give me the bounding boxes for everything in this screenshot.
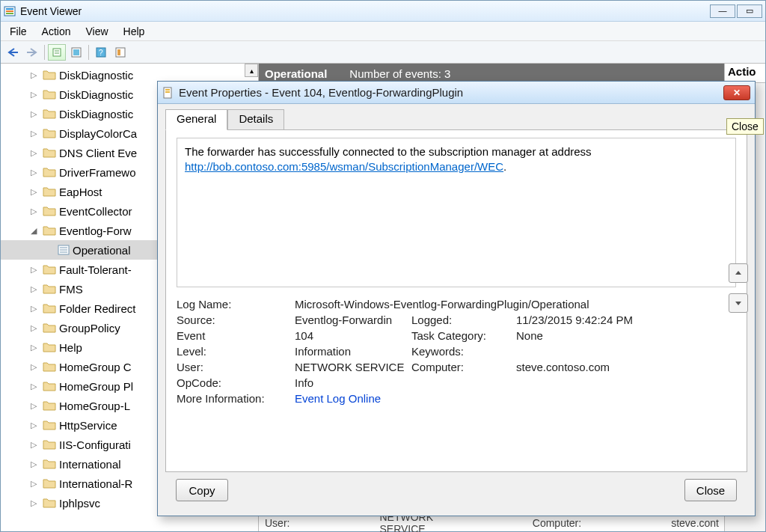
- folder-icon: [43, 342, 56, 352]
- expander-icon[interactable]: ▷: [31, 187, 43, 197]
- minimize-button[interactable]: —: [710, 4, 735, 18]
- export-button[interactable]: [111, 44, 129, 61]
- tab-details[interactable]: Details: [227, 109, 284, 130]
- tree-item-label: HttpService: [59, 419, 117, 432]
- value-source: Eventlog-Forwardin: [295, 314, 411, 326]
- label-user: User:: [177, 361, 295, 373]
- menu-file[interactable]: File: [4, 24, 33, 39]
- expander-icon[interactable]: ▷: [31, 440, 43, 450]
- event-properties-grid: Log Name: Microsoft-Windows-Eventlog-For…: [177, 298, 736, 405]
- underlying-detail-peek: User: NETWORK SERVICE Computer: steve.co…: [259, 514, 725, 532]
- close-button[interactable]: Close: [684, 479, 737, 501]
- copy-button[interactable]: Copy: [176, 479, 228, 501]
- expander-icon[interactable]: ▷: [31, 129, 43, 138]
- expander-icon[interactable]: ▷: [31, 459, 43, 469]
- tree-scroll-up[interactable]: ▴: [245, 64, 258, 77]
- expander-icon[interactable]: ▷: [31, 382, 43, 391]
- value-computer: steve.contoso.com: [516, 361, 736, 373]
- svg-rect-14: [117, 49, 120, 55]
- svg-rect-2: [6, 10, 13, 12]
- tree-item-label: DriverFramewo: [59, 166, 136, 179]
- folder-icon: [43, 478, 56, 489]
- label-opcode: OpCode:: [177, 376, 295, 389]
- value-task-category: None: [516, 329, 736, 342]
- expander-icon[interactable]: ▷: [31, 421, 43, 430]
- center-event-count: Number of events: 3: [349, 67, 450, 80]
- svg-rect-20: [165, 89, 170, 91]
- dialog-close-button[interactable]: ✕: [723, 85, 750, 100]
- label-computer: Computer:: [411, 361, 516, 373]
- folder-icon: [43, 381, 56, 391]
- expander-icon[interactable]: ▷: [31, 362, 43, 372]
- folder-icon: [43, 400, 56, 411]
- folder-icon: [43, 108, 56, 119]
- folder-icon: [43, 322, 56, 333]
- value-keywords: [516, 345, 736, 358]
- expander-icon[interactable]: ▷: [31, 479, 43, 489]
- dialog-footer: Copy Close: [165, 472, 747, 508]
- menu-help[interactable]: Help: [117, 24, 151, 39]
- folder-icon: [43, 225, 56, 236]
- expander-icon[interactable]: ▷: [31, 304, 43, 314]
- folder-icon: [43, 284, 56, 294]
- refresh-button[interactable]: [67, 44, 85, 61]
- tree-item-label: Iphlpsvc: [59, 497, 100, 510]
- expander-icon[interactable]: ▷: [31, 343, 43, 352]
- folder-icon: [43, 439, 56, 450]
- tab-general[interactable]: General: [165, 109, 227, 130]
- maximize-button[interactable]: ▭: [737, 4, 762, 18]
- tree-item-label: GroupPolicy: [59, 322, 120, 334]
- folder-icon: [43, 459, 56, 469]
- label-keywords: Keywords:: [411, 345, 516, 358]
- svg-text:?: ?: [99, 49, 103, 57]
- properties-button[interactable]: [48, 44, 66, 61]
- expander-icon[interactable]: ▷: [31, 401, 43, 411]
- dialog-title: Event Properties - Event 104, Eventlog-F…: [179, 86, 463, 99]
- link-event-log-online[interactable]: Event Log Online: [295, 392, 736, 405]
- expander-icon[interactable]: ◢: [31, 226, 43, 236]
- prev-event-button[interactable]: [729, 263, 748, 283]
- expander-icon[interactable]: ▷: [31, 70, 43, 80]
- expander-icon[interactable]: ▷: [31, 148, 43, 158]
- subscription-manager-link[interactable]: http://bob.contoso.com:5985/wsman/Subscr…: [185, 160, 503, 173]
- tree-item-label: HomeGroup-L: [59, 400, 130, 412]
- expander-icon[interactable]: ▷: [31, 168, 43, 177]
- forward-button[interactable]: [23, 44, 41, 61]
- label-logged: Logged:: [411, 314, 516, 326]
- menubar: File Action View Help: [1, 22, 765, 41]
- back-button[interactable]: [4, 44, 22, 61]
- dialog-titlebar: Event Properties - Event 104, Eventlog-F…: [158, 82, 755, 104]
- label-event-id: Event: [177, 329, 295, 342]
- value-opcode: Info: [295, 376, 736, 389]
- svg-rect-3: [6, 13, 13, 14]
- folder-icon: [43, 70, 56, 80]
- tree-item-label: FMS: [59, 283, 83, 296]
- expander-icon[interactable]: ▷: [31, 265, 43, 275]
- center-title: Operational: [265, 67, 327, 80]
- menu-action[interactable]: Action: [36, 24, 77, 39]
- label-log-name: Log Name:: [177, 298, 295, 311]
- event-description[interactable]: The forwarder has successfully connected…: [177, 138, 736, 287]
- expander-icon[interactable]: ▷: [31, 498, 43, 508]
- tree-item-label: IIS-Configurati: [59, 438, 131, 451]
- next-event-button[interactable]: [729, 293, 748, 313]
- label-task-category: Task Category:: [411, 329, 516, 342]
- folder-icon: [43, 186, 56, 197]
- expander-icon[interactable]: ▷: [31, 323, 43, 333]
- log-icon: [58, 245, 70, 255]
- expander-icon[interactable]: ▷: [31, 207, 43, 216]
- folder-icon: [43, 128, 56, 138]
- tree-item-label: DiskDiagnostic: [59, 108, 133, 120]
- tree-item-label: EapHost: [59, 186, 102, 198]
- expander-icon[interactable]: ▷: [31, 284, 43, 294]
- menu-view[interactable]: View: [79, 24, 114, 39]
- tree-item-label: Operational: [73, 244, 131, 257]
- expander-icon[interactable]: ▷: [31, 109, 43, 119]
- expander-icon[interactable]: ▷: [31, 90, 43, 100]
- folder-icon: [43, 498, 56, 508]
- value-level: Information: [295, 345, 411, 358]
- help-button[interactable]: ?: [92, 44, 110, 61]
- svg-rect-6: [53, 49, 61, 56]
- toolbar: ?: [1, 41, 765, 64]
- tree-item-label: HomeGroup Pl: [59, 380, 133, 393]
